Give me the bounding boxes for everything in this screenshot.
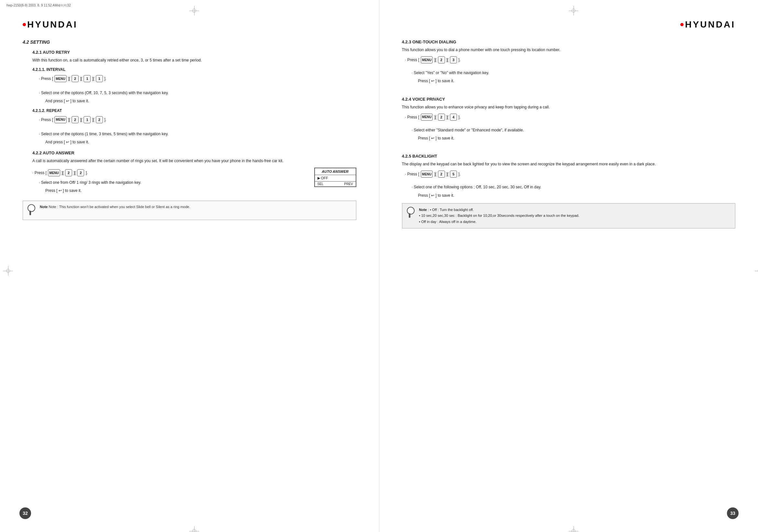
key-5-425: 5 bbox=[450, 171, 457, 178]
auto-answer-prev: PREV bbox=[344, 182, 353, 186]
select-424: · Select either "Standard mode" or "Enha… bbox=[412, 127, 736, 133]
auto-answer-box: AUTO ANSWER OFF SEL PREV bbox=[314, 168, 356, 187]
bracket-4211b: ][ bbox=[79, 76, 83, 81]
select-423: · Select "Yes" or "No" with the navigati… bbox=[412, 70, 736, 76]
bracket-424a: ][ bbox=[433, 115, 437, 119]
select-4211: · Select one of the options (Off, 10, 7,… bbox=[39, 90, 356, 96]
subsection-4-2-3-body: This function allows you to dial a phone… bbox=[402, 47, 736, 53]
bracket-4211a: ][ bbox=[67, 76, 71, 81]
bracket-4211c: ][ bbox=[91, 76, 95, 81]
subsection-4-2-1-body: With this function on, a call is automat… bbox=[32, 57, 356, 63]
subsection-4-2-5-title: 4.2.5 BACKLIGHT bbox=[402, 154, 736, 158]
select-4212: · Select one of the options (1 time, 3 t… bbox=[39, 131, 356, 137]
key-2-4211: 2 bbox=[72, 75, 79, 82]
key-1b-4211: 1 bbox=[96, 75, 103, 82]
key-1a-4211: 1 bbox=[84, 75, 91, 82]
bracket-425c: ]. bbox=[457, 172, 461, 176]
right-page: HYUNDAI 4.2.3 ONE-TOUCH DIALING This fun… bbox=[379, 0, 758, 532]
key-2b-4212: 2 bbox=[96, 116, 103, 123]
note-content-right: Note : • Off : Turn the backlight off. •… bbox=[419, 207, 579, 225]
key-menu-422: MENU bbox=[48, 169, 60, 176]
subsubsection-4-2-1-2-title: 4.2.1.2. REPEAT bbox=[32, 108, 356, 113]
bracket-422b: ][ bbox=[73, 171, 77, 175]
note-item-1: • Off : Turn the backlight off. bbox=[430, 208, 474, 212]
subsection-4-2-2-title: 4.2.2 AUTO ANSWER bbox=[32, 150, 356, 155]
logo-text-left: HYUNDAI bbox=[27, 19, 78, 30]
bracket-424b: ][ bbox=[445, 115, 450, 119]
press-line-423: · Press [ MENU ][ 2 ][ 3 ]. bbox=[405, 56, 736, 63]
subsection-4-2-1-title: 4.2.1 AUTO RETRY bbox=[32, 50, 356, 55]
note-box-left: Note Note : This function won't be activ… bbox=[23, 201, 356, 220]
logo-text-right: HYUNDAI bbox=[685, 19, 735, 30]
press-line-424: · Press [ MENU ][ 2 ][ 4 ]. bbox=[405, 114, 736, 121]
andpress-4211: And press [ ↩ ] to save it. bbox=[45, 98, 356, 104]
key-menu-423: MENU bbox=[421, 56, 433, 63]
bracket-423c: ]. bbox=[457, 58, 461, 62]
subsection-4-2-2-body: A call is automatically answered after t… bbox=[32, 158, 356, 164]
note-content-left: Note Note : This function won't be activ… bbox=[40, 204, 190, 210]
key-2b-422: 2 bbox=[77, 169, 84, 176]
press-text-423: · Press [ bbox=[405, 58, 420, 62]
note-icon-left bbox=[27, 204, 37, 216]
select-422: · Select one from Off/ 1 ring/ 3 rings w… bbox=[39, 180, 308, 186]
file-info: hwp-2150(8-9) 2003. 8. 9 11:52 AM페이지32 bbox=[7, 3, 71, 8]
press-text-4211: · Press [ bbox=[39, 76, 54, 81]
press-text-4212: · Press [ bbox=[39, 117, 54, 122]
bracket-4212a: ][ bbox=[67, 117, 71, 122]
bracket-422a: ][ bbox=[60, 171, 65, 175]
bracket-4212c: ][ bbox=[91, 117, 95, 122]
press-text-425: · Press [ bbox=[405, 172, 420, 176]
note-label-left: Note bbox=[40, 205, 49, 209]
left-page: hwp-2150(8-9) 2003. 8. 9 11:52 AM페이지32 H… bbox=[0, 0, 379, 532]
key-2a-422: 2 bbox=[65, 169, 72, 176]
press-line-425: · Press [ MENU ][ 2 ][ 5 ]. bbox=[405, 171, 736, 178]
section-title: 4.2 SETTING bbox=[23, 40, 356, 45]
key-2-425: 2 bbox=[438, 171, 445, 178]
key-2-423: 2 bbox=[438, 56, 445, 63]
bracket-423b: ][ bbox=[445, 58, 450, 62]
bracket-423a: ][ bbox=[433, 58, 437, 62]
note-text-left: Note : This function won't be activated … bbox=[49, 205, 190, 209]
subsection-4-2-3-title: 4.2.3 ONE-TOUCH DIALING bbox=[402, 40, 736, 44]
bracket-4211d: ]. bbox=[103, 76, 107, 81]
press-text-424: · Press [ bbox=[405, 115, 420, 119]
press-save-423: Press [ ↩ ] to save it. bbox=[418, 78, 736, 84]
key-3-423: 3 bbox=[450, 56, 457, 63]
subsection-4-2-5-body: The display and the keypad can be back l… bbox=[402, 161, 736, 167]
subsection-4-2-4-body: This function allows you to enhance voic… bbox=[402, 104, 736, 110]
subsubsection-4-2-1-1-title: 4.2.1.1. INTERVAL bbox=[32, 67, 356, 72]
bracket-425b: ][ bbox=[445, 172, 450, 176]
note-label-right: Note bbox=[419, 208, 428, 212]
logo-right: HYUNDAI bbox=[402, 19, 736, 30]
key-menu-424: MENU bbox=[421, 114, 433, 121]
note-item-3: • Off in day : Always off in a daytime. bbox=[419, 220, 477, 224]
auto-answer-nav: SEL PREV bbox=[315, 182, 356, 186]
press-line-4212: · Press [ MENU ][ 2 ][ 1 ][ 2 ]. bbox=[39, 116, 356, 123]
press-text-422: · Press [ bbox=[32, 171, 48, 175]
note-item-2: • 10 sec,20 sec,30 sec : Backlight on fo… bbox=[419, 214, 579, 217]
note-icon-right bbox=[407, 207, 417, 219]
press-save-425: Press [ ↩ ] to save it. bbox=[418, 192, 736, 199]
press-save-422: Press [ ↩ ] to save it. bbox=[45, 188, 308, 194]
key-4-424: 4 bbox=[450, 114, 457, 121]
press-save-424: Press [ ↩ ] to save it. bbox=[418, 135, 736, 141]
auto-answer-sel: SEL bbox=[318, 182, 324, 186]
bracket-425a: ][ bbox=[433, 172, 437, 176]
select-425: · Select one of the following options ; … bbox=[412, 184, 736, 190]
press-line-422: · Press [ MENU ][ 2 ][ 2 ]. bbox=[32, 169, 308, 176]
page-number-left: 32 bbox=[19, 507, 31, 519]
logo-left: HYUNDAI bbox=[23, 19, 356, 30]
key-menu-4211: MENU bbox=[54, 75, 66, 82]
press-line-4211: · Press [ MENU ][ 2 ][ 1 ][ 1 ]. bbox=[39, 75, 356, 82]
bracket-4212b: ][ bbox=[79, 117, 83, 122]
andpress-4212: And press [ ↩ ] to save it. bbox=[45, 139, 356, 145]
key-2-424: 2 bbox=[438, 114, 445, 121]
page-number-right: 33 bbox=[727, 507, 739, 519]
bracket-424c: ]. bbox=[457, 115, 461, 119]
auto-answer-item: OFF bbox=[315, 175, 356, 182]
bracket-4212d: ]. bbox=[103, 117, 107, 122]
auto-answer-title: AUTO ANSWER bbox=[315, 168, 356, 175]
key-menu-425: MENU bbox=[421, 171, 433, 178]
key-menu-4212: MENU bbox=[54, 116, 66, 123]
bracket-422c: ]. bbox=[85, 171, 88, 175]
